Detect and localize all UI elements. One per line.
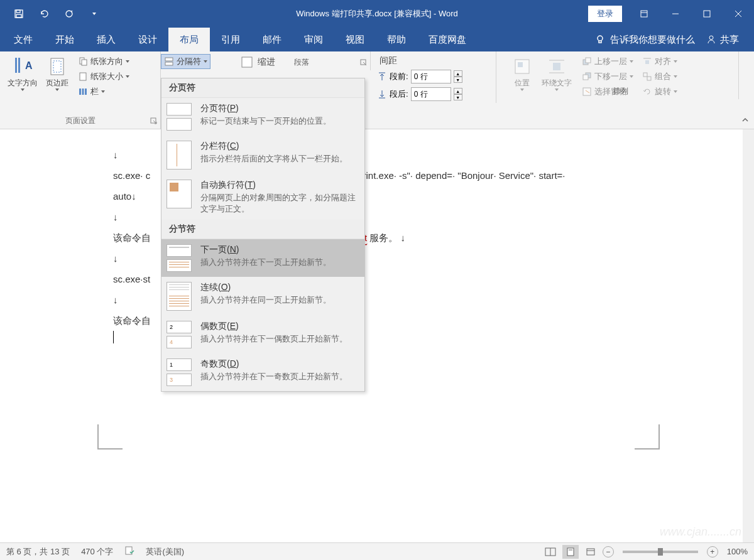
spacing-after-input[interactable]: 0 行 bbox=[411, 87, 451, 101]
breaks-button[interactable]: 分隔符 bbox=[161, 54, 210, 69]
bring-forward-button[interactable]: 上移一层 bbox=[579, 54, 636, 69]
margins-button[interactable]: 页边距 bbox=[41, 54, 73, 94]
save-button[interactable] bbox=[6, 0, 31, 28]
spacing-after-icon bbox=[377, 89, 387, 99]
status-spell-check[interactable] bbox=[124, 546, 134, 557]
wrap-break-icon bbox=[167, 180, 192, 208]
odd-page-break-icon: 1 bbox=[167, 358, 192, 371]
group-page-setup: A 文字方向 页边距 纸张方向 纸张大小 栏 页面设置 bbox=[0, 51, 161, 129]
qat-customize[interactable] bbox=[82, 0, 107, 28]
group-arrange: 位置 环绕文字 上移一层 下移一层 选择窗格 对齐 组合 旋转 排列 bbox=[503, 51, 739, 99]
spacing-before-down[interactable]: ▼ bbox=[454, 77, 462, 83]
svg-rect-20 bbox=[82, 89, 84, 95]
tab-view[interactable]: 视图 bbox=[334, 28, 376, 51]
proofing-icon bbox=[124, 546, 134, 556]
page-breaks-header: 分页符 bbox=[161, 78, 364, 98]
text-direction-button[interactable]: A 文字方向 bbox=[4, 54, 41, 94]
breaks-icon bbox=[164, 57, 174, 67]
print-layout-icon bbox=[566, 547, 576, 557]
web-layout-icon bbox=[586, 547, 596, 557]
tab-mailings[interactable]: 邮件 bbox=[251, 28, 293, 51]
read-mode-icon bbox=[545, 547, 556, 556]
align-button[interactable]: 对齐 bbox=[640, 54, 680, 69]
break-text-wrap[interactable]: 自动换行符(T)分隔网页上的对象周围的文字，如分隔题注文字与正文。 bbox=[161, 175, 364, 220]
page-setup-launcher[interactable] bbox=[150, 117, 158, 125]
column-break-icon bbox=[167, 141, 192, 170]
svg-rect-21 bbox=[85, 89, 87, 95]
wrap-icon bbox=[547, 57, 567, 77]
spacing-before-label: 段前: bbox=[390, 71, 408, 82]
document-area[interactable]: ↓ sc.exe· cprint.exe· -s"· depend=· "Bon… bbox=[0, 129, 754, 542]
undo-button[interactable] bbox=[31, 0, 57, 28]
align-icon bbox=[642, 57, 652, 67]
tab-home[interactable]: 开始 bbox=[44, 28, 85, 51]
svg-rect-48 bbox=[587, 549, 594, 555]
vertical-scrollbar[interactable] bbox=[743, 129, 754, 542]
tab-baidu[interactable]: 百度网盘 bbox=[417, 28, 478, 51]
view-read-mode[interactable] bbox=[542, 545, 559, 559]
tab-help[interactable]: 帮助 bbox=[376, 28, 417, 51]
zoom-slider[interactable] bbox=[623, 551, 698, 553]
title-bar: Windows 端打印共享.docx [兼容模式] - Word 登录 bbox=[0, 0, 754, 28]
tab-design[interactable]: 设计 bbox=[127, 28, 168, 51]
zoom-thumb[interactable] bbox=[658, 548, 663, 556]
tab-review[interactable]: 审阅 bbox=[293, 28, 334, 51]
break-odd-page[interactable]: 13 奇数页(D)插入分节符并在下一奇数页上开始新节。 bbox=[161, 353, 364, 391]
break-page[interactable]: 分页符(P)标记一页结束与下一页开始的位置。 bbox=[161, 98, 364, 136]
svg-text:A: A bbox=[25, 60, 33, 71]
svg-rect-12 bbox=[18, 58, 20, 73]
svg-rect-17 bbox=[82, 60, 87, 65]
spacing-before-input[interactable]: 0 行 bbox=[411, 70, 451, 83]
view-web-layout[interactable] bbox=[582, 545, 599, 559]
tab-layout[interactable]: 布局 bbox=[168, 28, 210, 51]
tell-me-input[interactable]: 告诉我你想要做什么 bbox=[595, 34, 695, 46]
orientation-button[interactable]: 纸张方向 bbox=[75, 54, 132, 69]
tab-insert[interactable]: 插入 bbox=[85, 28, 127, 51]
page-break-icon bbox=[167, 103, 192, 116]
zoom-level[interactable]: 100% bbox=[727, 547, 748, 556]
status-page[interactable]: 第 6 页，共 13 页 bbox=[6, 546, 70, 557]
maximize-button[interactable] bbox=[691, 0, 723, 28]
size-button[interactable]: 纸张大小 bbox=[75, 69, 132, 84]
spacing-after-down[interactable]: ▼ bbox=[454, 94, 462, 100]
group-spacing: 间距 段前: 0 行 ▲▼ 段后: 0 行 ▲▼ bbox=[371, 51, 496, 103]
next-page-break-icon bbox=[167, 244, 192, 257]
section-breaks-header: 分节符 bbox=[161, 220, 364, 239]
svg-rect-35 bbox=[586, 58, 591, 63]
svg-rect-41 bbox=[643, 73, 647, 77]
group-button[interactable]: 组合 bbox=[640, 69, 680, 84]
status-language[interactable]: 英语(美国) bbox=[146, 546, 184, 557]
send-backward-button[interactable]: 下移一层 bbox=[579, 69, 636, 84]
page-corner-bottom-left bbox=[97, 424, 123, 450]
text-direction-icon: A bbox=[13, 57, 33, 77]
spacing-before-up[interactable]: ▲ bbox=[454, 70, 462, 77]
spacing-label: 间距 bbox=[374, 54, 492, 68]
paragraph-launcher[interactable] bbox=[360, 59, 368, 67]
group-paragraph: 缩进 段落 bbox=[232, 51, 371, 70]
share-button[interactable]: 共享 bbox=[706, 34, 739, 46]
window-title: Windows 端打印共享.docx [兼容模式] - Word bbox=[296, 8, 458, 19]
collapse-ribbon-button[interactable] bbox=[740, 115, 750, 125]
svg-rect-18 bbox=[80, 73, 86, 80]
break-even-page[interactable]: 24 偶数页(E)插入分节符并在下一偶数页上开始新节。 bbox=[161, 316, 364, 353]
tab-file[interactable]: 文件 bbox=[3, 28, 44, 51]
columns-button[interactable]: 栏 bbox=[75, 84, 132, 99]
zoom-in-button[interactable]: + bbox=[707, 546, 718, 557]
break-column[interactable]: 分栏符(C)指示分栏符后面的文字将从下一栏开始。 bbox=[161, 136, 364, 175]
margins-icon bbox=[47, 57, 67, 77]
break-continuous[interactable]: 连续(O)插入分节符并在同一页上开始新节。 bbox=[161, 277, 364, 316]
spacing-after-up[interactable]: ▲ bbox=[454, 88, 462, 94]
break-next-page[interactable]: 下一页(N)插入分节符并在下一页上开始新节。 bbox=[161, 239, 364, 277]
svg-point-10 bbox=[709, 36, 713, 40]
ribbon-options-button[interactable] bbox=[628, 0, 660, 28]
zoom-out-button[interactable]: − bbox=[603, 546, 614, 557]
lightbulb-icon bbox=[595, 35, 605, 45]
status-word-count[interactable]: 470 个字 bbox=[81, 546, 113, 557]
svg-rect-46 bbox=[567, 548, 574, 556]
close-button[interactable] bbox=[723, 0, 754, 28]
view-print-layout[interactable] bbox=[562, 545, 579, 559]
login-button[interactable]: 登录 bbox=[588, 6, 622, 22]
redo-button[interactable] bbox=[57, 0, 82, 28]
minimize-button[interactable] bbox=[660, 0, 691, 28]
tab-references[interactable]: 引用 bbox=[210, 28, 251, 51]
